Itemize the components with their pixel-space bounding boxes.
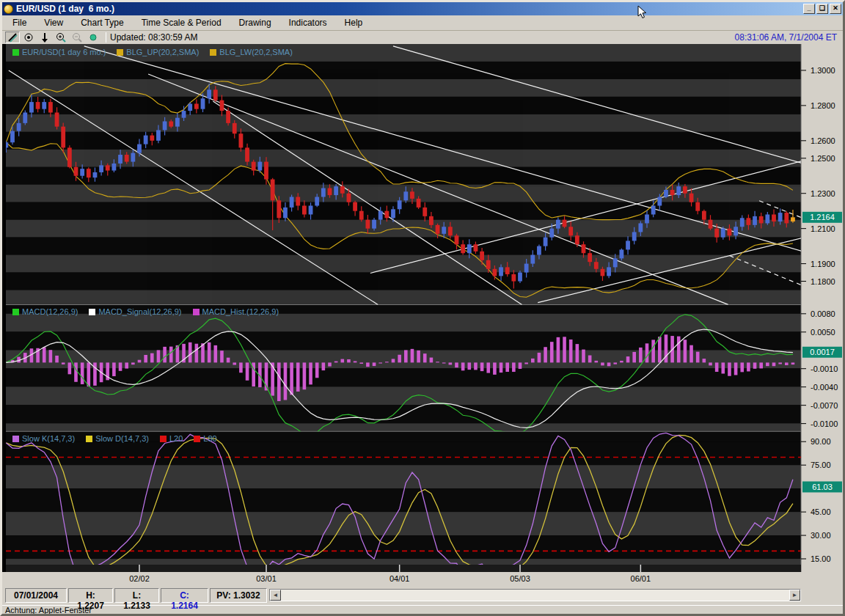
axis-label: -0.0010 [811, 364, 838, 373]
quote-cell: C: 1.2164 [161, 588, 208, 603]
target-tool-icon[interactable] [21, 32, 36, 43]
date-label: 05/03 [510, 574, 530, 583]
axis-label: -0.0040 [811, 383, 838, 392]
scroll-left-icon[interactable]: ◄ [270, 590, 281, 601]
axis-label: 1.3000 [811, 66, 835, 75]
svg-text:61.03: 61.03 [812, 483, 833, 491]
axis-label: 1.2500 [811, 154, 835, 163]
legend-item: MACD_Signal(12,26,9) [89, 307, 181, 316]
legend-swatch [12, 436, 19, 442]
time-scrollbar[interactable]: ◄ ► [269, 589, 801, 601]
axis-label: -0.0070 [811, 401, 838, 410]
down-arrow-tool-icon[interactable] [37, 32, 52, 43]
axis-label: 15.00 [811, 554, 831, 563]
legend-item: MACD(12,26,9) [12, 307, 78, 316]
menu-item-time-scale-period[interactable]: Time Scale & Period [136, 16, 227, 29]
axis-label: 0.0080 [811, 309, 835, 318]
stoch-panel-legend: Slow K(14,7,3)Slow D(14,7,3)L20L80 [12, 434, 217, 443]
updated-timestamp: Updated: 08:30:59 AM [110, 32, 197, 43]
axis-label: 1.1800 [811, 277, 835, 286]
legend-item: L80 [194, 434, 216, 443]
minimize-button[interactable]: _ [803, 4, 815, 14]
legend-swatch [193, 309, 200, 315]
menu-item-indicators[interactable]: Indicators [283, 16, 333, 29]
app-window: EUR/USD (1 day 6 mo.) _ ❏ ✕ FileViewChar… [0, 0, 845, 616]
legend-item: BLG_LW(20,2,SMA) [210, 48, 292, 56]
menu-item-drawing[interactable]: Drawing [233, 16, 277, 29]
toolbar-separator [106, 32, 106, 43]
quote-cell: H: 1.2207 [68, 588, 113, 603]
menu-item-help[interactable]: Help [339, 16, 369, 29]
quote-cell: L: 1.2133 [114, 588, 159, 603]
legend-swatch [89, 309, 95, 315]
price-panel-legend: EUR/USD(1 day 6 mo.)BLG_UP(20,2,SMA)BLG_… [12, 48, 293, 56]
macd-panel-legend: MACD(12,26,9)MACD_Signal(12,26,9)MACD_Hi… [12, 307, 279, 316]
axis-label: 1.2100 [811, 224, 835, 233]
quote-cell: 07/01/2004 [5, 588, 67, 603]
date-label: 04/01 [389, 574, 410, 583]
legend-item: Slow K(14,7,3) [12, 434, 75, 443]
axis-label: 1.2600 [811, 136, 835, 145]
server-clock: 08:31:06 AM, 7/1/2004 ET [735, 32, 837, 43]
quote-cells: 07/01/2004H: 1.2207L: 1.2133C: 1.2164PV:… [5, 588, 267, 603]
axis-label: 75.00 [811, 461, 831, 469]
chart-region[interactable]: 1.30001.28001.26001.25001.23001.21001.19… [2, 44, 843, 572]
legend-swatch [86, 436, 92, 442]
legend-item: MACD_Hist.(12,26,9) [193, 307, 279, 316]
date-label: 03/01 [256, 574, 277, 583]
legend-swatch [160, 436, 167, 442]
legend-swatch [194, 436, 200, 442]
legend-item: L20 [160, 434, 183, 443]
legend-swatch [12, 309, 19, 315]
menu-item-chart-type[interactable]: Chart Type [75, 16, 129, 29]
svg-text:0.0017: 0.0017 [810, 348, 835, 356]
menu-item-view[interactable]: View [38, 16, 69, 29]
legend-swatch [210, 49, 216, 56]
legend-item: Slow D(14,7,3) [86, 434, 149, 443]
close-button[interactable]: ✕ [830, 4, 841, 14]
zoom-out-icon[interactable] [70, 32, 84, 43]
menu-item-file[interactable]: File [7, 16, 32, 29]
legend-item: EUR/USD(1 day 6 mo.) [12, 48, 106, 56]
axis-label: 1.2300 [811, 189, 835, 198]
marker-ball-icon[interactable] [86, 32, 100, 43]
svg-text:1.2164: 1.2164 [810, 213, 835, 221]
quote-cell: PV: 1.3032 [210, 588, 267, 603]
zoom-in-icon[interactable] [54, 32, 68, 43]
menu-bar: FileViewChart TypeTime Scale & PeriodDra… [2, 15, 843, 31]
status-bar: 07/01/2004H: 1.2207L: 1.2133C: 1.2164PV:… [2, 586, 843, 605]
app-coin-icon [4, 4, 13, 14]
legend-swatch [117, 49, 123, 56]
axis-label: -0.0100 [811, 419, 838, 428]
scrollbar-thumb[interactable] [281, 590, 789, 601]
scroll-right-icon[interactable]: ► [789, 590, 800, 601]
toolbar: Updated: 08:30:59 AM 08:31:06 AM, 7/1/20… [2, 31, 843, 44]
axis-label: 45.00 [811, 507, 831, 516]
date-label: 06/01 [631, 574, 651, 583]
axis-label: 30.00 [811, 531, 831, 540]
axis-label: 1.1900 [811, 260, 835, 268]
title-bar[interactable]: EUR/USD (1 day 6 mo.) _ ❏ ✕ [2, 2, 843, 15]
restore-button[interactable]: ❏ [816, 4, 828, 14]
date-label: 02/02 [129, 574, 150, 583]
date-axis: 02/0203/0104/0105/0306/01 [2, 572, 843, 586]
axis-label: 1.2800 [811, 101, 835, 110]
axis-label: 90.00 [811, 437, 831, 446]
axis-label: 0.0050 [811, 328, 835, 337]
trendline-tool-icon[interactable] [5, 32, 20, 43]
legend-swatch [12, 49, 19, 56]
legend-item: BLG_UP(20,2,SMA) [117, 48, 199, 56]
window-title: EUR/USD (1 day 6 mo.) [16, 4, 802, 14]
